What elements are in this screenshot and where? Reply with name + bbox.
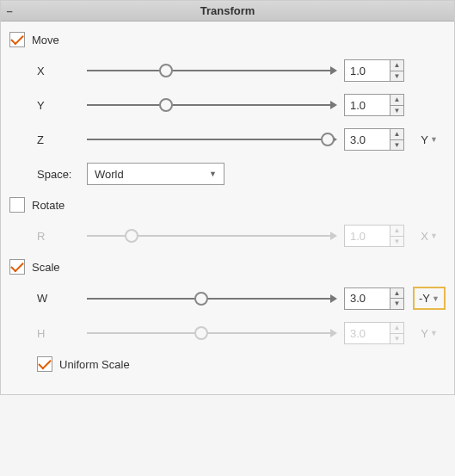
move-x-row: X ▲ ▼ bbox=[9, 59, 446, 82]
scale-w-axis-dropdown[interactable]: -Y▼ bbox=[413, 287, 446, 310]
scale-h-slider bbox=[87, 325, 335, 342]
move-x-input[interactable] bbox=[344, 59, 390, 82]
rotate-checkbox[interactable] bbox=[9, 197, 25, 213]
spinner-down-icon: ▼ bbox=[390, 237, 403, 247]
scale-h-row: H ▲ ▼ Y▼ bbox=[9, 322, 446, 344]
uniform-scale-checkbox[interactable] bbox=[37, 356, 52, 372]
scale-w-label: W bbox=[37, 292, 78, 305]
slider-thumb[interactable] bbox=[159, 64, 173, 77]
spinner-down-icon[interactable]: ▼ bbox=[390, 71, 403, 82]
scale-section: Scale W ▲ ▼ -Y▼ bbox=[9, 259, 446, 372]
spinner-up-icon: ▲ bbox=[390, 226, 403, 237]
spinner-down-icon[interactable]: ▼ bbox=[390, 140, 403, 151]
move-z-input[interactable] bbox=[344, 128, 390, 151]
move-z-slider[interactable] bbox=[87, 131, 335, 148]
move-label: Move bbox=[32, 34, 59, 46]
move-z-label: Z bbox=[37, 133, 78, 146]
panel-header: – Transform bbox=[1, 1, 454, 22]
move-x-slider[interactable] bbox=[87, 62, 335, 79]
scale-checkbox[interactable] bbox=[9, 259, 25, 275]
chevron-down-icon: ▼ bbox=[432, 294, 440, 303]
move-section: Move X ▲ ▼ Y bbox=[9, 32, 446, 185]
scale-h-label: H bbox=[37, 327, 78, 340]
move-space-row: Space: World ▼ bbox=[9, 163, 446, 185]
move-y-row: Y ▲ ▼ bbox=[9, 94, 446, 116]
spinner-down-icon[interactable]: ▼ bbox=[390, 299, 403, 309]
spinner-down-icon: ▼ bbox=[390, 334, 403, 344]
slider-thumb bbox=[194, 326, 208, 340]
chevron-down-icon: ▼ bbox=[430, 232, 438, 240]
spinner-up-icon[interactable]: ▲ bbox=[390, 288, 403, 300]
move-y-input[interactable] bbox=[344, 94, 390, 116]
rotate-r-axis-dropdown: X▼ bbox=[413, 226, 446, 246]
move-y-label: Y bbox=[37, 99, 78, 112]
rotate-r-slider bbox=[87, 227, 335, 244]
collapse-button[interactable]: – bbox=[1, 4, 18, 17]
chevron-down-icon: ▼ bbox=[430, 135, 438, 144]
scale-label: Scale bbox=[32, 261, 60, 274]
slider-thumb[interactable] bbox=[321, 133, 335, 146]
move-checkbox[interactable] bbox=[9, 32, 25, 47]
move-z-row: Z ▲ ▼ Y▼ bbox=[9, 128, 446, 151]
move-y-slider[interactable] bbox=[87, 96, 335, 114]
spinner-up-icon: ▲ bbox=[390, 323, 403, 334]
move-z-axis-dropdown[interactable]: Y▼ bbox=[413, 130, 446, 150]
chevron-down-icon: ▼ bbox=[430, 329, 438, 337]
rotate-label: Rotate bbox=[32, 199, 65, 212]
slider-thumb[interactable] bbox=[159, 98, 173, 112]
panel-title: Transform bbox=[1, 4, 454, 17]
scale-w-input[interactable] bbox=[344, 287, 390, 310]
move-space-select[interactable]: World ▼ bbox=[87, 163, 224, 185]
spinner-up-icon[interactable]: ▲ bbox=[390, 129, 403, 140]
rotate-r-label: R bbox=[37, 230, 78, 243]
rotate-section: Rotate R ▲ ▼ X▼ bbox=[9, 197, 446, 247]
move-x-label: X bbox=[37, 65, 78, 77]
scale-h-input bbox=[344, 322, 390, 344]
move-space-label: Space: bbox=[37, 168, 78, 181]
rotate-r-row: R ▲ ▼ X▼ bbox=[9, 225, 446, 247]
panel-body: Move X ▲ ▼ Y bbox=[1, 22, 454, 394]
scale-w-slider[interactable] bbox=[87, 290, 335, 307]
uniform-scale-option: Uniform Scale bbox=[9, 356, 446, 372]
spinner-up-icon[interactable]: ▲ bbox=[390, 95, 403, 106]
slider-thumb[interactable] bbox=[194, 292, 208, 306]
transform-panel: – Transform Move X ▲ ▼ bbox=[0, 0, 455, 395]
uniform-scale-label: Uniform Scale bbox=[59, 358, 130, 371]
scale-w-row: W ▲ ▼ -Y▼ bbox=[9, 287, 446, 310]
slider-thumb bbox=[125, 229, 138, 243]
rotate-r-input bbox=[344, 225, 390, 247]
spinner-down-icon[interactable]: ▼ bbox=[390, 106, 403, 116]
spinner-up-icon[interactable]: ▲ bbox=[390, 60, 403, 71]
chevron-down-icon: ▼ bbox=[209, 170, 217, 178]
scale-h-axis-dropdown: Y▼ bbox=[413, 324, 446, 343]
